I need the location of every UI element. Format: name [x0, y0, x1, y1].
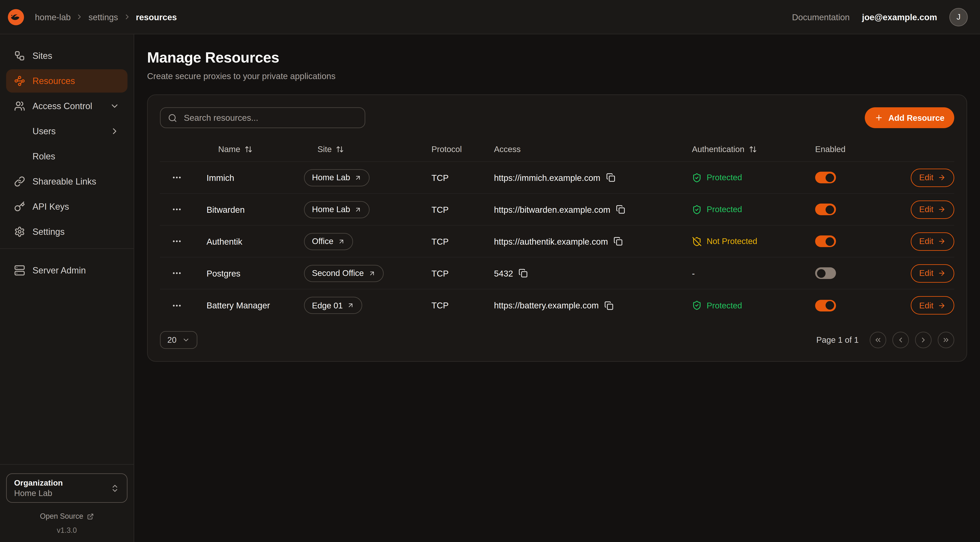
row-menu-button[interactable]	[168, 169, 185, 186]
site-cell: Edge 01	[304, 297, 431, 314]
sidebar-item-roles[interactable]: Roles	[6, 145, 127, 168]
site-link-button[interactable]: Home Lab	[304, 169, 370, 186]
enabled-cell	[815, 300, 903, 311]
chevron-down-icon	[110, 101, 119, 111]
site-link-button[interactable]: Second Office	[304, 265, 383, 282]
access-url: https://battery.example.com	[494, 300, 599, 310]
sidebar-item-access-control[interactable]: Access Control	[6, 94, 127, 118]
table-body: ImmichHome LabTCPhttps://immich.example.…	[160, 162, 954, 321]
enabled-toggle[interactable]	[815, 172, 836, 183]
column-header-site[interactable]: Site	[304, 145, 431, 154]
site-name: Second Office	[312, 269, 364, 278]
table-row: PostgresSecond OfficeTCP5432-Edit	[160, 258, 954, 289]
sidebar-item-settings[interactable]: Settings	[6, 220, 127, 244]
edit-cell: Edit	[903, 232, 954, 250]
arrow-right-icon	[938, 237, 946, 245]
ellipsis-icon	[172, 268, 182, 278]
edit-cell: Edit	[903, 296, 954, 314]
access-cell: https://immich.example.com	[494, 173, 692, 182]
edit-button[interactable]: Edit	[910, 200, 954, 219]
documentation-link[interactable]: Documentation	[792, 12, 850, 22]
row-menu-button[interactable]	[168, 201, 185, 218]
sidebar-item-sites[interactable]: Sites	[6, 44, 127, 67]
protocol-cell: TCP	[431, 204, 494, 214]
ellipsis-icon	[172, 236, 182, 247]
organization-picker[interactable]: Organization Home Lab	[6, 473, 127, 503]
access-cell: https://battery.example.com	[494, 300, 692, 310]
edit-button[interactable]: Edit	[910, 168, 954, 187]
open-source-label: Open Source	[40, 512, 83, 521]
add-resource-button[interactable]: Add Resource	[865, 107, 954, 128]
row-menu-button[interactable]	[168, 297, 185, 314]
site-link-button[interactable]: Edge 01	[304, 297, 363, 314]
chevrons-right-icon	[942, 336, 950, 344]
plus-icon	[875, 113, 883, 122]
arrow-right-icon	[938, 269, 946, 277]
copy-icon	[614, 237, 623, 246]
site-cell: Home Lab	[304, 201, 431, 218]
arrow-up-right-icon	[355, 174, 362, 181]
site-name: Home Lab	[312, 173, 350, 182]
copy-icon[interactable]	[614, 237, 623, 246]
column-header-name[interactable]: Name	[207, 145, 304, 154]
copy-icon[interactable]	[604, 301, 614, 310]
open-source-link[interactable]: Open Source	[6, 512, 127, 521]
sidebar-item-api-keys[interactable]: API Keys	[6, 195, 127, 218]
column-header-label: Site	[318, 145, 332, 154]
gear-icon	[14, 226, 25, 237]
column-header-authentication[interactable]: Authentication	[692, 145, 815, 154]
site-name: Office	[312, 237, 333, 246]
row-actions-cell	[160, 297, 207, 314]
sort-icon	[245, 145, 253, 153]
arrow-right-icon	[938, 206, 946, 214]
page-size-select[interactable]: 20	[160, 331, 197, 349]
row-menu-button[interactable]	[168, 233, 185, 250]
breadcrumb-item-home-lab[interactable]: home-lab	[35, 12, 71, 22]
site-link-button[interactable]: Office	[304, 233, 353, 250]
access-url: 5432	[494, 268, 513, 278]
site-link-button[interactable]: Home Lab	[304, 201, 370, 218]
last-page-button[interactable]	[938, 332, 954, 348]
sidebar-item-users[interactable]: Users	[6, 120, 127, 143]
first-page-button[interactable]	[870, 332, 886, 348]
main-content: Manage Resources Create secure proxies t…	[134, 34, 980, 542]
access-cell: https://authentik.example.com	[494, 236, 692, 246]
next-page-button[interactable]	[915, 332, 932, 348]
row-actions-cell	[160, 169, 207, 186]
previous-page-button[interactable]	[892, 332, 909, 348]
search-input[interactable]	[183, 112, 357, 123]
breadcrumb-item-resources[interactable]: resources	[136, 12, 177, 22]
site-cell: Second Office	[304, 265, 431, 282]
copy-icon	[604, 301, 614, 310]
site-name: Edge 01	[312, 301, 343, 310]
sidebar-item-shareable-links[interactable]: Shareable Links	[6, 170, 127, 193]
edit-label: Edit	[919, 301, 934, 310]
table-row: BitwardenHome LabTCPhttps://bitwarden.ex…	[160, 194, 954, 226]
authentication-badge: Protected	[692, 173, 815, 182]
enabled-toggle[interactable]	[815, 300, 836, 311]
sidebar-item-label: Users	[32, 126, 56, 136]
sidebar-item-server-admin[interactable]: Server Admin	[6, 259, 127, 282]
shield-check-icon	[692, 173, 702, 182]
server-icon	[14, 265, 25, 276]
row-actions-cell	[160, 265, 207, 282]
copy-icon[interactable]	[519, 269, 528, 278]
breadcrumb-item-settings[interactable]: settings	[89, 12, 118, 22]
copy-icon[interactable]	[606, 173, 615, 182]
column-header-label: Name	[218, 145, 240, 154]
enabled-toggle[interactable]	[815, 267, 836, 279]
copy-icon	[606, 173, 615, 182]
sidebar-item-resources[interactable]: Resources	[6, 69, 127, 92]
chevron-right-icon	[123, 13, 131, 21]
arrow-up-right-icon	[368, 269, 375, 277]
edit-button[interactable]: Edit	[910, 264, 954, 282]
enabled-toggle[interactable]	[815, 204, 836, 215]
enabled-toggle[interactable]	[815, 236, 836, 247]
page-info: Page 1 of 1	[816, 335, 859, 344]
avatar[interactable]: J	[949, 8, 968, 26]
edit-button[interactable]: Edit	[910, 296, 954, 314]
copy-icon[interactable]	[616, 205, 625, 214]
edit-button[interactable]: Edit	[910, 232, 954, 250]
app-window: home-labsettingsresources Documentation …	[0, 0, 980, 542]
row-menu-button[interactable]	[168, 265, 185, 282]
